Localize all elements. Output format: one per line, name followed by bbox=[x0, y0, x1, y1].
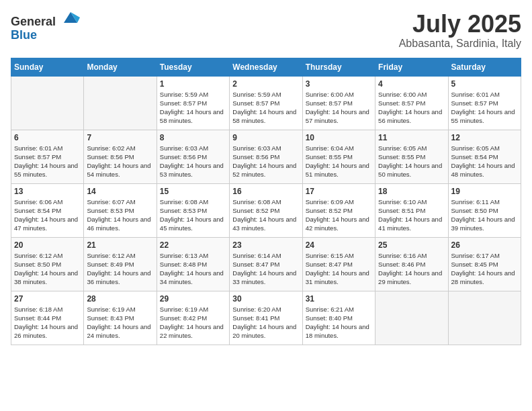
calendar-cell: 18Sunrise: 6:10 AM Sunset: 8:51 PM Dayli… bbox=[375, 183, 448, 237]
title-area: July 2025 Abbasanta, Sardinia, Italy bbox=[399, 11, 521, 50]
day-number: 6 bbox=[14, 133, 81, 142]
day-number: 24 bbox=[306, 240, 372, 250]
calendar-cell: 3Sunrise: 6:00 AM Sunset: 8:57 PM Daylig… bbox=[302, 76, 375, 130]
day-number: 15 bbox=[160, 187, 226, 196]
calendar-cell: 8Sunrise: 6:03 AM Sunset: 8:56 PM Daylig… bbox=[157, 130, 229, 183]
calendar-cell: 1Sunrise: 5:59 AM Sunset: 8:57 PM Daylig… bbox=[157, 76, 229, 130]
day-info: Sunrise: 6:07 AM Sunset: 8:53 PM Dayligh… bbox=[87, 197, 153, 233]
calendar-cell: 29Sunrise: 6:19 AM Sunset: 8:42 PM Dayli… bbox=[157, 291, 229, 345]
day-number: 26 bbox=[451, 240, 518, 250]
calendar-cell: 28Sunrise: 6:19 AM Sunset: 8:43 PM Dayli… bbox=[84, 291, 157, 345]
day-info: Sunrise: 6:00 AM Sunset: 8:57 PM Dayligh… bbox=[306, 90, 372, 126]
day-number: 25 bbox=[378, 240, 445, 250]
calendar-cell: 6Sunrise: 6:01 AM Sunset: 8:57 PM Daylig… bbox=[11, 130, 84, 183]
logo-general: General bbox=[11, 15, 56, 28]
day-info: Sunrise: 6:09 AM Sunset: 8:52 PM Dayligh… bbox=[306, 197, 372, 233]
day-number: 3 bbox=[306, 79, 372, 89]
calendar-table: SundayMondayTuesdayWednesdayThursdayFrid… bbox=[11, 58, 521, 345]
day-info: Sunrise: 6:06 AM Sunset: 8:54 PM Dayligh… bbox=[14, 197, 81, 233]
day-info: Sunrise: 6:20 AM Sunset: 8:41 PM Dayligh… bbox=[232, 305, 299, 340]
calendar-cell bbox=[375, 291, 448, 345]
day-number: 11 bbox=[378, 133, 445, 142]
day-info: Sunrise: 6:10 AM Sunset: 8:51 PM Dayligh… bbox=[378, 197, 445, 233]
day-number: 12 bbox=[451, 133, 518, 142]
day-header-wednesday: Wednesday bbox=[230, 58, 302, 76]
day-number: 18 bbox=[378, 187, 445, 196]
day-number: 8 bbox=[160, 133, 226, 142]
day-number: 7 bbox=[87, 133, 153, 142]
calendar-cell: 31Sunrise: 6:21 AM Sunset: 8:40 PM Dayli… bbox=[302, 291, 375, 345]
day-number: 21 bbox=[87, 240, 153, 250]
day-info: Sunrise: 6:08 AM Sunset: 8:52 PM Dayligh… bbox=[232, 197, 299, 233]
calendar-cell: 5Sunrise: 6:01 AM Sunset: 8:57 PM Daylig… bbox=[448, 76, 521, 130]
calendar-cell: 24Sunrise: 6:15 AM Sunset: 8:47 PM Dayli… bbox=[302, 237, 375, 291]
calendar-week-1: 1Sunrise: 5:59 AM Sunset: 8:57 PM Daylig… bbox=[11, 76, 521, 130]
day-number: 4 bbox=[378, 79, 445, 89]
day-header-thursday: Thursday bbox=[302, 58, 375, 76]
calendar-cell: 27Sunrise: 6:18 AM Sunset: 8:44 PM Dayli… bbox=[11, 291, 84, 345]
day-number: 30 bbox=[232, 294, 299, 304]
day-info: Sunrise: 6:16 AM Sunset: 8:46 PM Dayligh… bbox=[378, 251, 445, 287]
calendar-cell: 10Sunrise: 6:04 AM Sunset: 8:55 PM Dayli… bbox=[302, 130, 375, 183]
day-info: Sunrise: 6:12 AM Sunset: 8:50 PM Dayligh… bbox=[14, 251, 81, 287]
calendar-cell bbox=[448, 291, 521, 345]
day-number: 27 bbox=[14, 294, 81, 304]
calendar-cell: 12Sunrise: 6:05 AM Sunset: 8:54 PM Dayli… bbox=[448, 130, 521, 183]
calendar-week-2: 6Sunrise: 6:01 AM Sunset: 8:57 PM Daylig… bbox=[11, 130, 521, 183]
calendar-cell: 22Sunrise: 6:13 AM Sunset: 8:48 PM Dayli… bbox=[157, 237, 229, 291]
day-info: Sunrise: 6:01 AM Sunset: 8:57 PM Dayligh… bbox=[451, 90, 518, 126]
day-info: Sunrise: 6:03 AM Sunset: 8:56 PM Dayligh… bbox=[160, 144, 226, 179]
day-number: 16 bbox=[232, 187, 299, 196]
day-info: Sunrise: 6:00 AM Sunset: 8:57 PM Dayligh… bbox=[378, 90, 445, 126]
calendar-cell: 23Sunrise: 6:14 AM Sunset: 8:47 PM Dayli… bbox=[230, 237, 302, 291]
location-subtitle: Abbasanta, Sardinia, Italy bbox=[399, 38, 521, 50]
month-title: July 2025 bbox=[399, 11, 521, 38]
day-info: Sunrise: 6:03 AM Sunset: 8:56 PM Dayligh… bbox=[232, 144, 299, 179]
day-info: Sunrise: 6:05 AM Sunset: 8:55 PM Dayligh… bbox=[378, 144, 445, 179]
logo: General Blue bbox=[11, 11, 80, 42]
calendar-cell: 2Sunrise: 5:59 AM Sunset: 8:57 PM Daylig… bbox=[230, 76, 302, 130]
calendar-cell: 21Sunrise: 6:12 AM Sunset: 8:49 PM Dayli… bbox=[84, 237, 157, 291]
day-number: 14 bbox=[87, 187, 153, 196]
day-number: 23 bbox=[232, 240, 299, 250]
day-info: Sunrise: 6:11 AM Sunset: 8:50 PM Dayligh… bbox=[451, 197, 518, 233]
day-info: Sunrise: 6:13 AM Sunset: 8:48 PM Dayligh… bbox=[160, 251, 226, 287]
day-number: 9 bbox=[232, 133, 299, 142]
calendar-cell: 20Sunrise: 6:12 AM Sunset: 8:50 PM Dayli… bbox=[11, 237, 84, 291]
day-info: Sunrise: 5:59 AM Sunset: 8:57 PM Dayligh… bbox=[160, 90, 226, 126]
day-info: Sunrise: 6:19 AM Sunset: 8:43 PM Dayligh… bbox=[87, 305, 153, 340]
day-info: Sunrise: 6:08 AM Sunset: 8:53 PM Dayligh… bbox=[160, 197, 226, 233]
day-number: 20 bbox=[14, 240, 81, 250]
day-number: 28 bbox=[87, 294, 153, 304]
day-info: Sunrise: 6:21 AM Sunset: 8:40 PM Dayligh… bbox=[306, 305, 372, 340]
calendar-cell: 17Sunrise: 6:09 AM Sunset: 8:52 PM Dayli… bbox=[302, 183, 375, 237]
day-header-saturday: Saturday bbox=[448, 58, 521, 76]
calendar-cell: 19Sunrise: 6:11 AM Sunset: 8:50 PM Dayli… bbox=[448, 183, 521, 237]
day-info: Sunrise: 6:02 AM Sunset: 8:56 PM Dayligh… bbox=[87, 144, 153, 179]
day-number: 29 bbox=[160, 294, 226, 304]
calendar-cell: 16Sunrise: 6:08 AM Sunset: 8:52 PM Dayli… bbox=[230, 183, 302, 237]
day-info: Sunrise: 6:12 AM Sunset: 8:49 PM Dayligh… bbox=[87, 251, 153, 287]
day-header-monday: Monday bbox=[84, 58, 157, 76]
calendar-week-5: 27Sunrise: 6:18 AM Sunset: 8:44 PM Dayli… bbox=[11, 291, 521, 345]
day-header-tuesday: Tuesday bbox=[157, 58, 229, 76]
logo-blue: Blue bbox=[11, 28, 37, 42]
calendar-cell: 30Sunrise: 6:20 AM Sunset: 8:41 PM Dayli… bbox=[230, 291, 302, 345]
day-number: 2 bbox=[232, 79, 299, 89]
calendar-cell: 14Sunrise: 6:07 AM Sunset: 8:53 PM Dayli… bbox=[84, 183, 157, 237]
day-number: 31 bbox=[306, 294, 372, 304]
day-info: Sunrise: 6:17 AM Sunset: 8:45 PM Dayligh… bbox=[451, 251, 518, 287]
calendar-header-row: SundayMondayTuesdayWednesdayThursdayFrid… bbox=[11, 58, 521, 76]
calendar-cell bbox=[84, 76, 157, 130]
day-info: Sunrise: 6:15 AM Sunset: 8:47 PM Dayligh… bbox=[306, 251, 372, 287]
calendar-cell: 4Sunrise: 6:00 AM Sunset: 8:57 PM Daylig… bbox=[375, 76, 448, 130]
day-info: Sunrise: 6:18 AM Sunset: 8:44 PM Dayligh… bbox=[14, 305, 81, 340]
day-info: Sunrise: 5:59 AM Sunset: 8:57 PM Dayligh… bbox=[232, 90, 299, 126]
day-number: 1 bbox=[160, 79, 226, 89]
day-info: Sunrise: 6:04 AM Sunset: 8:55 PM Dayligh… bbox=[306, 144, 372, 179]
calendar-cell: 25Sunrise: 6:16 AM Sunset: 8:46 PM Dayli… bbox=[375, 237, 448, 291]
calendar-cell: 13Sunrise: 6:06 AM Sunset: 8:54 PM Dayli… bbox=[11, 183, 84, 237]
calendar-week-4: 20Sunrise: 6:12 AM Sunset: 8:50 PM Dayli… bbox=[11, 237, 521, 291]
day-number: 13 bbox=[14, 187, 81, 196]
day-number: 19 bbox=[451, 187, 518, 196]
